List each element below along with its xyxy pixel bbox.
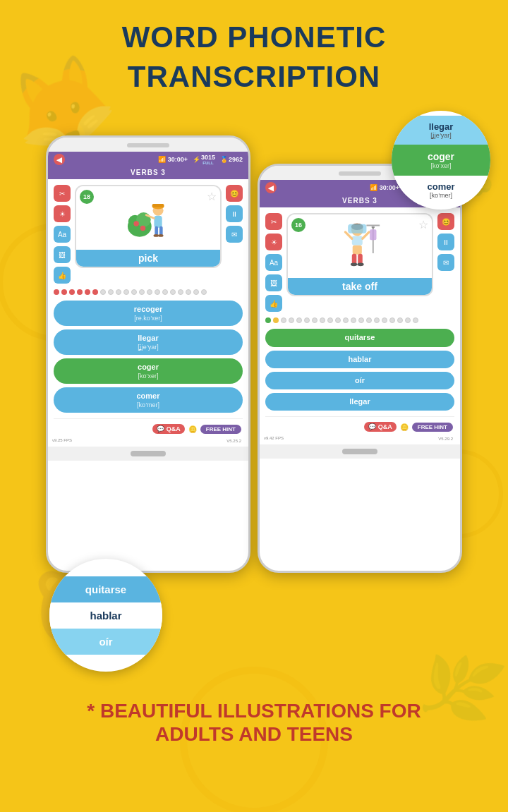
bubble-right-phon1: [ʝjeˈyar] <box>394 132 488 139</box>
svg-point-19 <box>154 234 159 237</box>
options-list-left: recoger [re.koˈxer] llegar [ʝjeˈyar] cog… <box>48 298 248 416</box>
hint-badge-left[interactable]: 💬 Q&A <box>152 424 185 434</box>
medals-left: 2962 <box>229 156 243 163</box>
bubble-right-word2: coger <box>394 151 488 162</box>
face-button-right[interactable]: 😊 <box>437 213 454 230</box>
svg-rect-27 <box>352 246 361 255</box>
sun-button-right[interactable]: ☀ <box>265 234 282 250</box>
bottom-text: * BEAUTIFUL ILLUSTRATIONS FOR ADULTS AND… <box>73 700 435 745</box>
bottom-text-line1: * BEAUTIFUL ILLUSTRATIONS FOR <box>87 700 421 722</box>
option-left-1[interactable]: recoger [re.koˈxer] <box>54 301 243 326</box>
option-left-4[interactable]: comer [koˈmer] <box>54 387 243 413</box>
svg-rect-15 <box>154 216 162 228</box>
progress-dots-left <box>48 286 248 298</box>
text-button-left[interactable]: Aa <box>54 226 71 243</box>
progress-dots-right <box>260 315 460 326</box>
time-left: 30:00+ <box>168 156 188 163</box>
svg-rect-17 <box>155 226 158 236</box>
svg-point-20 <box>158 234 164 237</box>
flash-card-left: 18 ☆ <box>75 185 222 268</box>
svg-point-11 <box>140 226 146 231</box>
mic-button-right[interactable]: ✂ <box>265 213 282 230</box>
hint-text-right[interactable]: FREE HINT <box>412 423 453 432</box>
back-button-right[interactable]: ◀ <box>265 182 277 193</box>
home-button-left[interactable] <box>131 451 166 456</box>
phone-right: ◀ 📶 30:00+ ⚡ 3380 FULL 🏅 <box>258 164 462 573</box>
text-button-right[interactable]: Aa <box>265 254 282 271</box>
pause-button-right[interactable]: ⏸ <box>437 234 454 250</box>
pause-button-left[interactable]: ⏸ <box>226 205 243 222</box>
fps-left: v9.25 FPS <box>52 438 72 444</box>
hint-text-left[interactable]: FREE HINT <box>200 425 241 434</box>
bubble-right-word1: llegar <box>394 121 488 132</box>
option-left-3[interactable]: coger [koˈxer] <box>54 358 243 384</box>
mic-button-left[interactable]: ✂ <box>54 185 71 202</box>
bubble-left: quitarse hablar oír <box>49 559 162 672</box>
svg-point-30 <box>350 262 356 266</box>
bubble-left-word1: quitarse <box>52 583 159 595</box>
like-button-left[interactable]: 👍 <box>54 267 71 284</box>
ver-right: V5.29.2 <box>435 436 456 442</box>
bubble-right: llegar [ʝjeˈyar] coger [koˈxer] comer [k… <box>392 111 490 210</box>
bubble-right-phon2: [koˈxer] <box>394 162 488 169</box>
option-right-3[interactable]: oír <box>265 372 454 389</box>
card-word-right: take off <box>288 278 432 295</box>
option-left-2[interactable]: llegar [ʝjeˈyar] <box>54 329 243 355</box>
coin-left: 🪙 <box>188 425 197 433</box>
mail-button-left[interactable]: ✉ <box>226 226 243 243</box>
page-title: WORD PHONETIC TRANSCRIPTION <box>122 21 387 107</box>
bubble-left-word2: hablar <box>52 610 159 622</box>
card-word-left: pick <box>76 250 220 267</box>
svg-point-31 <box>357 262 363 266</box>
mail-button-right[interactable]: ✉ <box>437 254 454 271</box>
sun-button-left[interactable]: ☀ <box>54 205 71 222</box>
time-right: 30:00+ <box>380 184 399 191</box>
svg-point-10 <box>133 221 139 226</box>
category-left: VERBS 3 <box>48 167 248 179</box>
image-button-right[interactable]: 🖼 <box>265 274 282 291</box>
like-button-right[interactable]: 👍 <box>265 295 282 312</box>
bubble-left-word3: oír <box>52 636 159 648</box>
coin-right: 🪙 <box>400 423 409 431</box>
fps-right: v9.42 FPS <box>264 436 284 442</box>
home-button-right[interactable] <box>342 449 377 454</box>
hint-badge-right[interactable]: 💬 Q&A <box>364 422 397 432</box>
option-right-1[interactable]: quitarse <box>265 329 454 346</box>
flash-card-right: 16 ☆ <box>286 213 433 296</box>
svg-rect-14 <box>152 204 164 207</box>
svg-rect-34 <box>370 229 376 240</box>
score-label-left: FULL <box>202 161 213 165</box>
image-button-left[interactable]: 🖼 <box>54 246 71 263</box>
ver-left: V5.25.2 <box>224 438 244 444</box>
title-line1: WORD PHONETIC <box>122 21 387 54</box>
svg-rect-26 <box>348 224 366 234</box>
options-list-right: quitarse hablar oír llegar <box>260 326 460 413</box>
bottom-text-line2: ADULTS AND TEENS <box>87 723 421 746</box>
score-left: 3015 <box>201 154 215 161</box>
card-star-right[interactable]: ☆ <box>418 218 428 231</box>
bubble-right-word3: comer <box>394 181 488 192</box>
phone-left: ◀ 📶 30:00+ ⚡ 3015 FULL 🏅 <box>46 135 250 573</box>
face-button-left[interactable]: 😊 <box>226 185 243 202</box>
svg-rect-18 <box>159 226 163 236</box>
option-right-4[interactable]: llegar <box>265 393 454 411</box>
title-line2: TRANSCRIPTION <box>122 61 387 93</box>
svg-rect-23 <box>351 236 362 245</box>
back-button-left[interactable]: ◀ <box>54 154 65 165</box>
card-star-left[interactable]: ☆ <box>207 190 217 203</box>
option-right-2[interactable]: hablar <box>265 351 454 368</box>
